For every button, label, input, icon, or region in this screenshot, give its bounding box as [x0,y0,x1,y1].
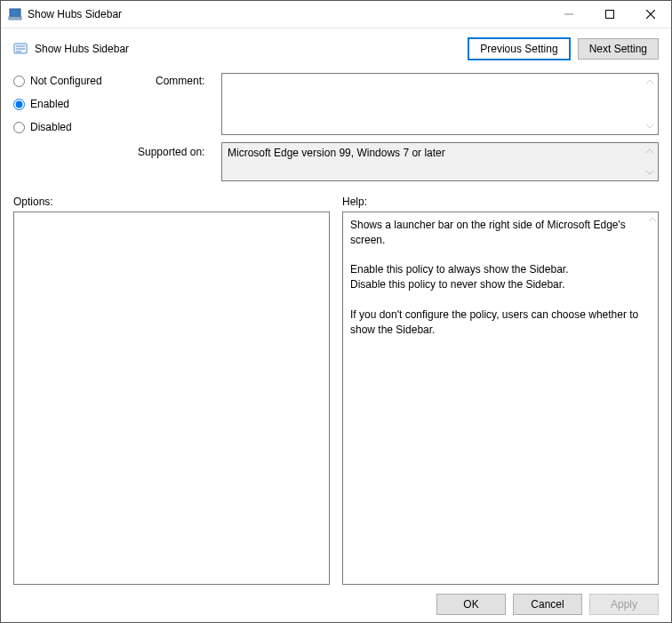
apply-button: Apply [589,594,659,615]
svg-rect-3 [606,11,614,19]
radio-not-configured[interactable]: Not Configured [13,75,156,87]
minimize-button[interactable] [548,1,589,28]
radio-not-configured-label: Not Configured [30,75,102,87]
help-wrap: Shows a launcher bar on the right side o… [342,212,659,585]
options-panel [13,212,330,585]
supported-on-label: Supported on: [138,140,221,158]
svg-rect-1 [9,17,21,20]
dialog-content: Show Hubs Sidebar Previous Setting Next … [1,28,671,622]
policy-header: Show Hubs Sidebar Previous Setting Next … [13,37,659,60]
maximize-button[interactable] [589,1,630,28]
svg-rect-0 [10,9,20,17]
comment-textbox[interactable] [221,73,659,135]
help-label: Help: [342,196,659,208]
dialog-window: Show Hubs Sidebar Show Hubs Sidebar [0,0,672,623]
ok-button[interactable]: OK [436,594,506,615]
radio-disabled[interactable]: Disabled [13,121,156,133]
window-title: Show Hubs Sidebar [28,8,122,20]
help-textbox: Shows a launcher bar on the right side o… [342,212,659,585]
policy-name: Show Hubs Sidebar [35,43,129,55]
close-button[interactable] [630,1,671,28]
state-radio-group: Not Configured Enabled Disabled [13,73,156,133]
options-label: Options: [13,196,330,208]
supported-on-textbox: Microsoft Edge version 99, Windows 7 or … [221,142,659,181]
radio-not-configured-input[interactable] [13,76,25,87]
cancel-button[interactable]: Cancel [513,594,582,615]
radio-enabled[interactable]: Enabled [13,98,156,110]
supported-on-value: Microsoft Edge version 99, Windows 7 or … [228,147,445,159]
lower-section: Options: Help: Shows a launcher bar on t… [13,196,659,585]
app-icon [8,7,22,21]
help-scroll-up-icon [644,212,660,227]
comment-scroll [643,75,657,133]
radio-disabled-label: Disabled [30,121,72,133]
settings-grid: Not Configured Enabled Disabled Comment: [13,73,659,181]
dialog-footer: OK Cancel Apply [13,585,659,615]
comment-label: Comment: [156,73,221,87]
radio-enabled-input[interactable] [13,99,25,110]
supported-scroll [643,144,657,180]
policy-icon [13,42,28,56]
next-setting-button[interactable]: Next Setting [578,38,659,60]
radio-disabled-input[interactable] [13,122,25,133]
titlebar: Show Hubs Sidebar [1,1,671,28]
radio-enabled-label: Enabled [30,98,69,110]
previous-setting-button[interactable]: Previous Setting [468,37,570,60]
